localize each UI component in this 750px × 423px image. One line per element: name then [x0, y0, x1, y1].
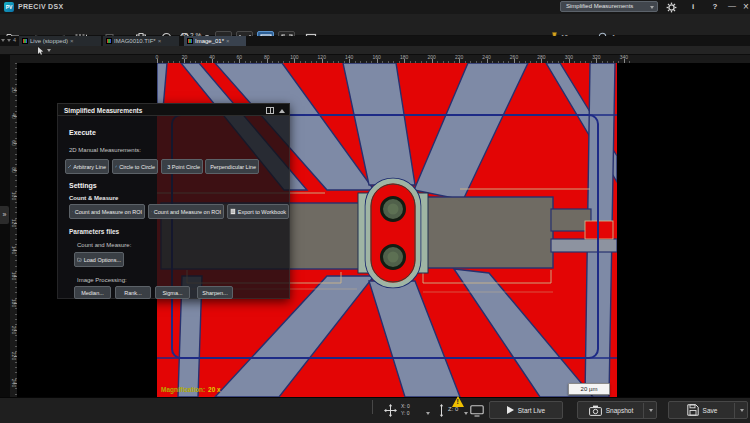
minimize-button[interactable]: — — [727, 0, 737, 13]
count-measure-roi-button[interactable]: Count and Measure on ROI — [148, 204, 224, 219]
v-ruler-label: 120 — [10, 218, 17, 229]
v-ruler-label: 220 — [10, 351, 17, 362]
manual-measurements-label: 2D Manual Measurements: — [69, 147, 141, 153]
image-thumbnail-icon — [106, 38, 112, 44]
execute-heading: Execute — [69, 129, 96, 136]
h-ruler-label: 140 — [342, 55, 356, 60]
v-ruler-label: 100 — [10, 191, 17, 202]
title-bar: PV PRECiV DSX Simplified Measurements i … — [0, 0, 750, 14]
load-options-icon — [77, 255, 82, 264]
snapshot-chevron-icon[interactable] — [649, 409, 653, 412]
camera-icon — [589, 405, 602, 416]
dock-panel-icon[interactable] — [266, 107, 274, 114]
divider — [643, 403, 644, 419]
stage-z-chevron-icon[interactable] — [464, 412, 468, 415]
tab-imag0010[interactable]: IMAG0010.TIF* × — [103, 36, 179, 46]
perpendicular-line-button[interactable]: Perpendicular Line — [205, 159, 259, 174]
h-ruler-label: 0 — [150, 55, 164, 60]
tab-scroll-chevron-icon[interactable] — [7, 39, 11, 42]
magnification-label: Magnification: — [161, 386, 205, 393]
panel-header[interactable]: Simplified Measurements — [57, 103, 290, 116]
h-ruler: 0204060801001201401601802002202402602803… — [10, 55, 750, 63]
rank-button[interactable]: Rank... — [115, 286, 151, 299]
v-ruler-label: 160 — [10, 271, 17, 282]
button-label: Circle to Circle — [119, 164, 155, 170]
close-tab-icon[interactable]: × — [226, 38, 230, 44]
viewer-toolbar — [0, 46, 750, 55]
count-measure-heading: Count & Measure — [69, 195, 118, 201]
panel-expander[interactable]: » — [0, 206, 9, 224]
h-ruler-label: 200 — [425, 55, 439, 60]
workflow-selector[interactable]: Simplified Measurements — [560, 1, 658, 12]
help-button[interactable]: ? — [710, 0, 720, 14]
start-live-button[interactable]: Start Live — [489, 401, 563, 419]
count-measure-icon — [72, 207, 73, 216]
chevron-down-icon — [650, 6, 654, 9]
close-tab-icon[interactable]: × — [70, 38, 74, 44]
workflow-selector-label: Simplified Measurements — [566, 3, 633, 9]
settings-heading: Settings — [69, 182, 97, 189]
close-tab-icon[interactable]: × — [158, 38, 162, 44]
stage-move-icon[interactable] — [384, 404, 397, 417]
collapse-panel-icon[interactable] — [279, 109, 285, 113]
workbook-icon — [230, 207, 236, 216]
h-ruler-label: 40 — [205, 55, 219, 60]
circle-to-circle-button[interactable]: Circle to Circle — [112, 159, 158, 174]
snapshot-button[interactable]: Snapshot — [577, 401, 657, 419]
stage-z-icon[interactable] — [438, 404, 445, 417]
h-ruler-label: 260 — [507, 55, 521, 60]
load-options-button[interactable]: Load Options... — [74, 252, 124, 267]
h-ruler-label: 160 — [370, 55, 384, 60]
button-label: Count and Measure on ROI — [75, 209, 142, 215]
close-button[interactable]: × — [741, 0, 750, 14]
pointer-tool-chevron-icon[interactable] — [47, 49, 51, 52]
h-ruler-label: 20 — [177, 55, 191, 60]
image-thumbnail-icon — [22, 38, 28, 44]
arbitrary-line-icon — [68, 162, 71, 171]
h-ruler-label: 180 — [397, 55, 411, 60]
button-label: Perpendicular Line — [210, 164, 256, 170]
h-ruler-label: 320 — [589, 55, 603, 60]
save-floppy-icon — [687, 404, 699, 416]
three-point-circle-icon — [164, 162, 165, 171]
main-toolbar: 15.2 % 1:1 — [0, 14, 750, 36]
export-to-workbook-button[interactable]: Export to Workbook — [227, 204, 289, 219]
button-label: Arbitrary Line — [73, 164, 106, 170]
h-ruler-label: 240 — [480, 55, 494, 60]
v-ruler-label: 20 — [10, 84, 17, 95]
pointer-tool-icon[interactable] — [37, 47, 44, 55]
arbitrary-line-button[interactable]: Arbitrary Line — [65, 159, 109, 174]
application-window: PV PRECiV DSX Simplified Measurements i … — [0, 0, 750, 423]
count-measure-label: Count and Measure: — [77, 242, 131, 248]
magnification-overlay: Magnification:20 x — [161, 386, 221, 393]
sigma-button[interactable]: Sigma... — [155, 286, 190, 299]
divider — [372, 400, 373, 414]
status-bar: X: 0 Y: 0 Z: 0 ! Start Live Snapshot — [0, 397, 750, 423]
v-ruler-label: 80 — [10, 164, 17, 175]
h-ruler-label: 280 — [534, 55, 548, 60]
median-button[interactable]: Median... — [74, 286, 111, 299]
save-chevron-icon[interactable] — [740, 409, 744, 412]
tab-label: IMAG0010.TIF* — [114, 38, 156, 44]
tab-list-chevron-icon[interactable] — [1, 39, 5, 42]
tab-image01-active[interactable]: Image_01* × — [184, 36, 246, 46]
count-measure-image-button[interactable]: Count and Measure on ROI — [69, 204, 145, 219]
display-monitor-icon[interactable] — [470, 405, 484, 417]
info-button[interactable]: i — [688, 0, 698, 14]
h-ruler-label: 60 — [232, 55, 246, 60]
save-button[interactable]: Save — [668, 401, 748, 419]
three-point-circle-button[interactable]: 3 Point Circle — [161, 159, 203, 174]
circle-to-circle-icon — [115, 162, 117, 171]
sharpen-button[interactable]: Sharpen... — [197, 286, 233, 299]
button-label: Save — [703, 407, 718, 414]
count-measure-roi-icon — [151, 207, 152, 216]
settings-gear-button[interactable] — [666, 2, 677, 13]
h-ruler-label: 220 — [452, 55, 466, 60]
stage-xy-chevron-icon[interactable] — [426, 412, 430, 415]
warning-icon[interactable]: ! — [452, 396, 464, 407]
collapsed-panel-strip — [0, 55, 10, 397]
divider — [734, 403, 735, 419]
v-ruler-label: 200 — [10, 324, 17, 335]
tab-live[interactable]: Live (stopped) × — [19, 36, 101, 46]
button-label: Snapshot — [606, 407, 633, 414]
